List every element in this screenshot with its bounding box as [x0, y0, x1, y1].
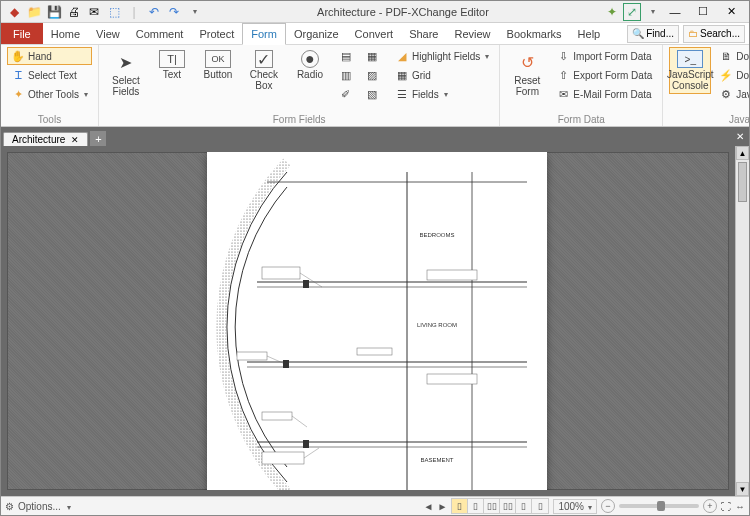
textfield-icon: T| [159, 50, 185, 68]
scan-icon[interactable]: ⬚ [105, 3, 123, 21]
layout-5[interactable]: ▯ [516, 499, 532, 513]
tab-form[interactable]: Form [242, 23, 286, 45]
fit-width-button[interactable]: ↔ [735, 501, 745, 512]
zoom-slider[interactable] [619, 504, 699, 508]
quick-access-toolbar: ◆ 📁 💾 🖨 ✉ ⬚ | ↶ ↷ [5, 3, 203, 21]
text-field-button[interactable]: T|Text [151, 47, 193, 83]
ui-options-icon[interactable]: ✦ [603, 3, 621, 21]
qat-more[interactable] [185, 3, 203, 21]
highlight-fields-menu[interactable]: ◢Highlight Fields [391, 47, 493, 65]
select-fields-button[interactable]: ➤Select Fields [105, 47, 147, 100]
grid-toggle[interactable]: ▦Grid [391, 66, 493, 84]
layout-facing-continuous[interactable]: ▯▯ [500, 499, 516, 513]
tab-view[interactable]: View [88, 23, 128, 44]
fields-menu[interactable]: ☰Fields [391, 85, 493, 103]
layout-facing[interactable]: ▯▯ [484, 499, 500, 513]
checkbox-button[interactable]: ✓Check Box [243, 47, 285, 94]
options-menu[interactable]: ⚙ Options... [5, 501, 71, 512]
minimize-button[interactable]: ― [661, 3, 689, 21]
maximize-button[interactable]: ☐ [689, 3, 717, 21]
fields-icon: ☰ [395, 87, 409, 101]
listbox-button[interactable]: ▤ [335, 47, 357, 65]
group-form-fields-label: Form Fields [105, 113, 493, 126]
tab-close-icon[interactable]: ✕ [71, 135, 79, 145]
title-right-tools: ✦ ⤢ [603, 3, 661, 21]
new-tab-button[interactable]: + [90, 131, 106, 146]
open-icon[interactable]: 📁 [25, 3, 43, 21]
select-text-tool[interactable]: ᏆSelect Text [7, 66, 92, 84]
search-button[interactable]: 🗀Search... [683, 25, 745, 43]
tab-help[interactable]: Help [570, 23, 609, 44]
layout-single[interactable]: ▯ [452, 499, 468, 513]
layout-6[interactable]: ▯ [532, 499, 548, 513]
date-button[interactable]: ▨ [361, 66, 383, 84]
tab-convert[interactable]: Convert [347, 23, 402, 44]
zoom-value-box[interactable]: 100% [553, 499, 597, 514]
import-icon: ⇩ [556, 49, 570, 63]
js-options-icon: ⚙ [719, 87, 733, 101]
document-actions[interactable]: ⚡Document Actions [715, 66, 750, 84]
document-tab[interactable]: Architecture ✕ [3, 132, 88, 146]
group-tools: ✋Hand ᏆSelect Text ✦Other Tools Tools [1, 45, 99, 126]
fit-page-button[interactable]: ⛶ [721, 501, 731, 512]
javascript-console-button[interactable]: >_JavaScript Console [669, 47, 711, 94]
save-icon[interactable]: 💾 [45, 3, 63, 21]
signature-button[interactable]: ✐ [335, 85, 357, 103]
undo-button[interactable]: ↶ [145, 3, 163, 21]
status-bar: ⚙ Options... ◄ ► ▯ ▯ ▯▯ ▯▯ ▯ ▯ 100% − + … [1, 496, 749, 515]
next-page-button[interactable]: ► [438, 501, 448, 512]
tab-protect[interactable]: Protect [191, 23, 242, 44]
launch-icon[interactable]: ⤢ [623, 3, 641, 21]
prev-page-button[interactable]: ◄ [424, 501, 434, 512]
tab-comment[interactable]: Comment [128, 23, 192, 44]
reset-form-button[interactable]: ↺Reset Form [506, 47, 548, 100]
dropdown-icon: ▥ [339, 68, 353, 82]
radio-button[interactable]: ●Radio [289, 47, 331, 83]
find-button[interactable]: 🔍Find... [627, 25, 679, 43]
scroll-down-button[interactable]: ▼ [736, 482, 749, 496]
print-icon[interactable]: 🖨 [65, 3, 83, 21]
vertical-scrollbar[interactable]: ▲ ▼ [735, 146, 749, 496]
zoom-thumb[interactable] [657, 501, 665, 511]
image-button[interactable]: ▧ [361, 85, 383, 103]
export-form-data[interactable]: ⇧Export Form Data [552, 66, 656, 84]
layout-continuous[interactable]: ▯ [468, 499, 484, 513]
email-form-data[interactable]: ✉E-Mail Form Data [552, 85, 656, 103]
ribbon: ✋Hand ᏆSelect Text ✦Other Tools Tools ➤S… [1, 45, 749, 127]
other-tools-menu[interactable]: ✦Other Tools [7, 85, 92, 103]
zoom-in-button[interactable]: + [703, 499, 717, 513]
launch-more[interactable] [643, 3, 661, 21]
barcode-button[interactable]: ▦ [361, 47, 383, 65]
button-field-button[interactable]: OKButton [197, 47, 239, 83]
console-label: JavaScript Console [667, 69, 714, 91]
file-menu[interactable]: File [1, 23, 43, 44]
dropdown-button[interactable]: ▥ [335, 66, 357, 84]
scroll-up-button[interactable]: ▲ [736, 146, 749, 160]
grid-icon: ▦ [395, 68, 409, 82]
actions-label: Document Actions [736, 70, 750, 81]
tab-review[interactable]: Review [446, 23, 498, 44]
group-form-fields: ➤Select Fields T|Text OKButton ✓Check Bo… [99, 45, 500, 126]
hand-tool[interactable]: ✋Hand [7, 47, 92, 65]
email-icon[interactable]: ✉ [85, 3, 103, 21]
document-javascript[interactable]: 🗎Document JavaScript [715, 47, 750, 65]
hand-icon: ✋ [11, 49, 25, 63]
checkbox-icon: ✓ [255, 50, 273, 68]
tab-share[interactable]: Share [401, 23, 446, 44]
tab-organize[interactable]: Organize [286, 23, 347, 44]
highlight-label: Highlight Fields [412, 51, 480, 62]
redo-button[interactable]: ↷ [165, 3, 183, 21]
zoom-out-button[interactable]: − [601, 499, 615, 513]
search-label: Search... [700, 28, 740, 39]
javascript-options[interactable]: ⚙JavaScript Options [715, 85, 750, 103]
close-button[interactable]: ✕ [717, 3, 745, 21]
tab-bookmarks[interactable]: Bookmarks [499, 23, 570, 44]
tab-home[interactable]: Home [43, 23, 88, 44]
import-form-data[interactable]: ⇩Import Form Data [552, 47, 656, 65]
document-canvas[interactable]: BEDROOMS LIVING ROOM BASEMENT [7, 152, 729, 490]
radio-label: Radio [297, 69, 323, 80]
app-icon[interactable]: ◆ [5, 3, 23, 21]
close-all-button[interactable]: ✕ [733, 129, 747, 143]
hand-label: Hand [28, 51, 52, 62]
scroll-thumb[interactable] [738, 162, 747, 202]
